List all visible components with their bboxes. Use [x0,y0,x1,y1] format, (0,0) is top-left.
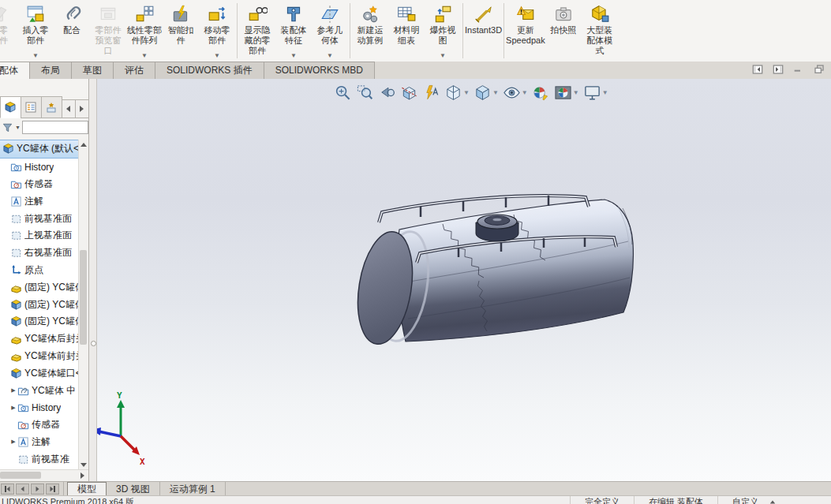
tank-model[interactable]: Y Z X [97,79,831,481]
dropdown-arrow-icon[interactable]: ▼ [440,53,446,59]
tree-item[interactable]: YC罐体后封头 [0,330,88,348]
feature-filter-input[interactable] [22,121,88,134]
headsup-zoom-fit[interactable] [333,83,353,103]
headsup-view-settings[interactable]: ▼ [582,83,609,103]
collapse-left-pane-icon[interactable] [751,63,765,76]
expander-icon[interactable]: ▶ [9,387,17,394]
motion-study-icon [360,4,380,24]
expander-icon[interactable]: ▶ [9,405,17,411]
tree-item[interactable]: 注解 [0,192,88,210]
dropdown-arrow-icon[interactable]: ▼ [32,53,39,59]
headsup-display-style[interactable]: ▼ [473,83,500,103]
toolbar-button-update-speedpak[interactable]: 更新Speedpak [506,0,545,62]
dropdown-arrow-icon[interactable]: ▼ [214,53,220,59]
tree-item[interactable]: (固定) YC罐体 [0,278,88,296]
toolbar-label: 部件 [208,35,226,45]
tree-root-item[interactable]: YC罐体 (默认<默 [0,140,88,159]
bottom-tab-2[interactable]: 3D 视图 [107,482,160,496]
ribbon-tab-6[interactable]: SOLIDWORKS MBD [264,62,375,79]
ribbon-tab-4[interactable]: 评估 [113,62,155,79]
first-tab-icon[interactable] [1,483,14,495]
tree-item[interactable]: 右视基准面 [0,245,88,262]
fm-tab-scroll-right[interactable] [75,99,89,118]
tree-item[interactable]: 传感器 [0,176,88,193]
tank-manhole[interactable] [476,215,518,241]
toolbar-button-large-assembly-mode[interactable]: 大型装配体模式 [582,0,618,62]
tree-item[interactable]: 传感器 [0,416,88,434]
prev-tab-icon[interactable] [16,483,29,495]
graphics-viewport[interactable]: Y Z X ▼▼▼▼▼ [97,79,831,481]
filter-funnel-icon[interactable] [2,121,13,133]
tree-item-label: (固定) YC罐体 [24,298,84,312]
toolbar-button-assembly-features[interactable]: 装配体特征▼ [275,0,312,62]
toolbar-button-reference-geometry[interactable]: 参考几何体▼ [312,0,348,62]
dropdown-arrow-icon[interactable]: ▼ [522,89,528,96]
toolbar-button-smart-fasteners[interactable]: 智能扣件 [163,0,199,62]
minimize-icon[interactable] [792,63,806,76]
ribbon-tab-3[interactable]: 草图 [71,62,114,79]
tree-item[interactable]: 上视基准面 [0,227,88,245]
update-speedpak-icon [515,4,536,24]
tree-item[interactable]: (固定) YC罐体 [0,296,88,313]
tree-vertical-scrollbar[interactable] [78,140,88,470]
next-tab-icon[interactable] [31,483,44,495]
tree-item[interactable]: ▶YC罐体 中 [0,382,88,399]
expander-icon[interactable]: ▶ [9,439,17,445]
tree-item-label: (固定) YC罐体 [24,281,84,294]
bottom-tab-1[interactable]: 模型 [67,482,107,496]
toolbar-button-move-component[interactable]: 移动零部件▼ [199,0,235,62]
fm-tab-scroll-left[interactable] [62,99,76,118]
headsup-edit-appearance[interactable] [531,83,551,103]
tree-item[interactable]: 前视基准面 [0,210,88,227]
dropdown-arrow-icon[interactable]: ▼ [290,53,297,59]
headsup-section-view[interactable] [399,83,419,103]
tree-item[interactable]: 原点 [0,262,88,279]
toolbar-button-show-hide-components[interactable]: 显示隐藏的零部件 [239,0,275,62]
tree-item[interactable]: YC罐体罐口< [0,364,88,382]
toolbar-button-snapshot[interactable]: 拍快照 [545,0,582,62]
headsup-hide-show-items[interactable]: ▼ [502,83,529,103]
toolbar-button-linear-pattern[interactable]: 线性零部件阵列▼ [126,0,163,62]
configuration-tab[interactable] [41,96,62,118]
filter-dropdown-arrow[interactable]: ▼ [15,125,21,130]
headsup-annotation-view[interactable] [421,83,441,103]
dropdown-arrow-icon[interactable]: ▼ [602,89,608,96]
toolbar-button-insert-component[interactable]: 插入零部件▼ [17,0,54,62]
dropdown-arrow-icon[interactable]: ▼ [492,89,499,96]
toolbar-button-mate[interactable]: 配合 [54,0,90,62]
dropdown-arrow-icon[interactable]: ▼ [327,53,333,59]
dropdown-arrow-icon[interactable]: ▼ [463,89,470,96]
tree-horizontal-scrollbar[interactable] [0,469,88,481]
tree-item[interactable]: (固定) YC罐体 [0,313,88,330]
headsup-view-orientation[interactable]: ▼ [444,83,470,103]
tree-item[interactable]: ▶History [0,399,88,416]
tree-item[interactable]: YC罐体前封头 [0,348,88,365]
restore-icon[interactable] [812,63,826,76]
last-tab-icon[interactable] [46,483,59,495]
tree-item[interactable]: ▶注解 [0,434,88,451]
ribbon-tab-1[interactable]: 配体 [0,62,30,79]
headsup-previous-view[interactable] [377,83,397,103]
bottom-tab-3[interactable]: 运动算例 1 [160,482,226,496]
featuremanager-tab[interactable] [0,96,21,118]
panel-splitter[interactable] [89,79,97,481]
toolbar-label: 动算例 [357,35,384,45]
headsup-apply-scene[interactable]: ▼ [553,83,580,103]
toolbar-button-exploded-view[interactable]: 爆炸视图▼ [425,0,461,62]
collapse-right-pane-icon[interactable] [771,63,785,76]
ribbon-tab-5[interactable]: SOLIDWORKS 插件 [155,62,264,79]
study-tab-bar: 模型3D 视图运动算例 1 [0,481,831,496]
toolbar-label: Speedpak [506,35,545,45]
dropdown-arrow-icon[interactable]: ▼ [573,89,579,96]
tree-item[interactable]: 前视基准 [0,450,88,468]
tree-item[interactable]: History [0,159,88,176]
toolbar-button-motion-study[interactable]: 新建运动算例 [352,0,388,62]
status-customize[interactable]: 自定义 [717,496,831,504]
toolbar-button-instant3d[interactable]: Instant3D [465,0,502,62]
customize-arrow-icon[interactable] [769,496,776,504]
ribbon-tab-2[interactable]: 布局 [29,62,72,79]
dropdown-arrow-icon[interactable]: ▼ [141,53,148,59]
headsup-zoom-area[interactable] [355,83,375,103]
toolbar-button-bom[interactable]: 材料明细表 [388,0,425,62]
propertymanager-tab[interactable] [21,96,42,118]
